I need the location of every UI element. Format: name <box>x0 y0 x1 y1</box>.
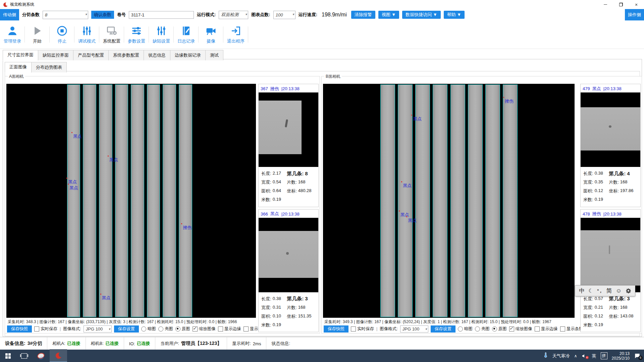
ime-chinese-mode[interactable]: 中 <box>579 287 585 295</box>
chart-points-select[interactable]: 100▾ <box>273 11 296 19</box>
image-controls: 保存快照 实时保存 | 图像格式: JPG 100▾ 保存设置 暗图 亮图 原图… <box>324 325 583 333</box>
start-button[interactable] <box>0 350 16 362</box>
defect-id: 478 <box>583 212 590 217</box>
dark-image-radio[interactable]: 暗图 <box>458 326 473 332</box>
app-logo-icon <box>3 2 8 7</box>
roll-number-input[interactable]: 3117-1 <box>129 11 194 19</box>
volume-muted-icon[interactable]: ✕ <box>582 353 588 359</box>
defect-type: 黑点 <box>592 86 601 92</box>
minimize-button[interactable] <box>598 0 613 9</box>
original-image-radio[interactable]: 原图 <box>492 326 507 332</box>
realtime-save-checkbox[interactable]: 实时保存 <box>34 326 57 332</box>
run-speed-label: 运行速度: <box>299 12 317 18</box>
system-config-icon <box>106 25 117 37</box>
acquisition-info-line: 采集耗时: 349.3 | 图像计数: 167 | 像素坐标: (5202,24… <box>324 319 551 325</box>
action-label: 管理登录 <box>4 38 21 44</box>
action-label: 参数设置 <box>128 38 145 44</box>
camera-image[interactable]: 挫伤黑点黑点黑点黑点 <box>323 84 575 318</box>
sub-tab-1[interactable]: 分布趋势图表 <box>31 62 67 72</box>
slit-count-select[interactable]: 8▾ <box>43 11 88 19</box>
action-exit[interactable]: 退出程序 <box>223 20 248 49</box>
image-format-label: 图像格式: <box>63 326 81 332</box>
main-tab-4[interactable]: 状态信息 <box>144 50 170 60</box>
defect-card[interactable]: 478 挫伤 |20:13:38 长度:0.57第几条:3 宽度:0.21片数:… <box>580 209 641 333</box>
zoom-image-checkbox[interactable]: 缩放图像 <box>193 326 216 332</box>
defect-mark-label: 黑点 <box>408 218 417 224</box>
ime-indicator[interactable]: 拼 <box>601 352 607 359</box>
help-menu-button[interactable]: 帮助 ▼ <box>444 11 465 19</box>
io-connected: 已连接 <box>137 341 150 347</box>
dark-image-radio[interactable]: 暗图 <box>141 326 156 332</box>
debug-mode-icon <box>81 25 93 37</box>
moon-icon[interactable]: ☾ <box>589 288 593 294</box>
action-play[interactable]: 开始 <box>25 20 50 49</box>
emoji-icon[interactable]: ☺ <box>616 288 622 294</box>
defect-mark-label: 黑点 <box>403 183 412 189</box>
defect-mark-labels: 挫伤黑点黑点黑点黑点 <box>323 84 575 318</box>
quick-access-menu-button[interactable]: 数据快捷访问 ▼ <box>402 11 440 19</box>
run-mode-select[interactable]: 双面检测▾ <box>219 11 248 19</box>
action-stop[interactable]: 停止 <box>50 20 74 49</box>
taskbar-clock[interactable]: 20:13 2025/2/10 <box>612 351 630 361</box>
language-indicator[interactable]: 英 <box>592 353 596 359</box>
punctuation-mode-icon[interactable]: °， <box>597 288 602 294</box>
view-menu-button[interactable]: 视图 ▼ <box>378 11 399 19</box>
main-tab-5[interactable]: 边缘数据记录 <box>170 50 206 60</box>
show-edge-checkbox[interactable]: 显示边缘 <box>535 326 558 332</box>
main-tab-6[interactable]: 测试 <box>205 50 223 60</box>
action-log[interactable]: 日志记录 <box>174 20 199 49</box>
action-param-settings[interactable]: 参数设置 <box>124 20 149 49</box>
action-debug-mode[interactable]: 调试模式 <box>74 20 99 49</box>
save-settings-button[interactable]: 保存设置 <box>114 325 139 333</box>
date-text: 2025/2/10 <box>612 356 630 361</box>
main-tab-2[interactable]: 产品型号配置 <box>73 50 109 60</box>
operator-side-button[interactable]: 操作侧 <box>625 9 644 20</box>
snip-app-icon <box>37 352 45 360</box>
realtime-save-checkbox[interactable]: 实时保存 <box>351 326 374 332</box>
main-tab-3[interactable]: 系统参数配置 <box>108 50 144 60</box>
image-format-select[interactable]: JPG 100▾ <box>400 325 428 333</box>
sub-tab-0[interactable]: 正面图像 <box>5 62 32 73</box>
original-image-radio[interactable]: 原图 <box>175 326 190 332</box>
camera-panel-a: A面相机 黑点黑点黑点黑点挫伤黑点 采集耗时: 348.3 | 图像计数: 16… <box>5 76 320 334</box>
drive-side-button[interactable]: 传动侧 <box>0 9 19 20</box>
action-camera[interactable]: 摄像 <box>199 20 223 49</box>
play-icon <box>32 25 43 37</box>
action-defect-settings[interactable]: 缺陷设置 <box>149 20 174 49</box>
clear-alarm-button[interactable]: 清除报警 <box>351 11 375 19</box>
image-format-select[interactable]: JPG 100▾ <box>84 325 112 333</box>
confirm-count-button[interactable]: 确认条数 <box>91 11 114 19</box>
defect-card[interactable]: 367 挫伤 |20:13:38 长度:2.17第几条:8 宽度:0.54片数:… <box>258 84 319 207</box>
panel-title: B面相机 <box>324 74 342 79</box>
defect-card[interactable]: 366 黑点 |20:13:38 长度:0.38第几条:3 宽度:0.31片数:… <box>258 209 319 333</box>
gear-icon[interactable] <box>626 288 631 294</box>
task-view-button[interactable] <box>16 350 32 362</box>
action-user[interactable]: 管理登录 <box>0 20 25 49</box>
notification-center-icon[interactable]: 6 <box>634 353 641 359</box>
show-count-checkbox[interactable]: 显示条数 <box>560 326 583 332</box>
action-system-config[interactable]: 系统配置 <box>99 20 124 49</box>
defect-mark-label: 黑点 <box>73 133 82 139</box>
save-snapshot-button[interactable]: 保存快照 <box>324 325 348 333</box>
taskbar-app-vision[interactable] <box>50 349 67 362</box>
main-tab-1[interactable]: 缺陷监控界面 <box>38 50 73 60</box>
save-settings-button[interactable]: 保存设置 <box>431 325 455 333</box>
show-edge-checkbox[interactable]: 显示边缘 <box>218 326 241 332</box>
taskbar-app-snip[interactable] <box>32 350 50 362</box>
restore-button[interactable] <box>613 0 629 9</box>
action-bar: 管理登录开始停止调试模式系统配置参数设置缺陷设置日志记录摄像退出程序 <box>0 20 644 49</box>
bright-image-radio[interactable]: 亮图 <box>475 326 490 332</box>
thermometer-icon <box>543 352 548 359</box>
user-icon <box>7 25 18 37</box>
main-tab-0[interactable]: 尺寸监控界面 <box>3 50 38 61</box>
close-button[interactable]: × <box>629 0 644 9</box>
roll-number-label: 卷号 <box>117 12 126 18</box>
tray-expand-chevron[interactable]: ∧ <box>574 354 577 358</box>
camera-image[interactable]: 黑点黑点黑点黑点挫伤黑点 <box>6 84 256 318</box>
bright-image-radio[interactable]: 亮图 <box>158 326 173 332</box>
zoom-image-checkbox[interactable]: 缩放图像 <box>509 326 532 332</box>
defect-card[interactable]: 479 黑点 |20:13:38 长度:0.38第几条:4 宽度:0.35片数:… <box>580 84 641 207</box>
simplified-chinese-icon[interactable]: 简 <box>606 287 612 295</box>
weather-text[interactable]: 天气寒冷 <box>552 353 570 359</box>
save-snapshot-button[interactable]: 保存快照 <box>7 325 32 333</box>
